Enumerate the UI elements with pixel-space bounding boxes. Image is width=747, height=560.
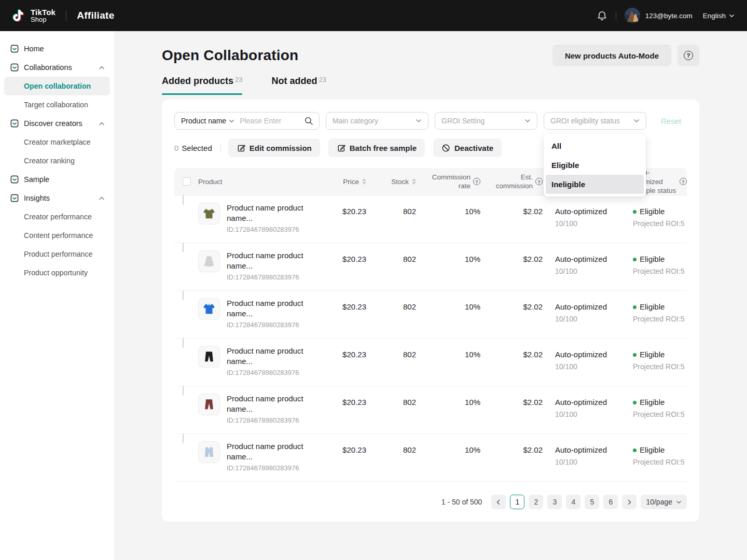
product-name[interactable]: Product name product name... — [227, 441, 303, 463]
divider — [220, 143, 221, 152]
est-commission-value: $2.02 — [480, 386, 543, 407]
setting-value: Auto-optimized — [555, 398, 633, 407]
status-cell: Eligible Projected ROI:5 — [633, 291, 687, 323]
page-size-selector[interactable]: 10/page — [641, 495, 687, 509]
sidebar-item-sample[interactable]: Sample — [0, 170, 114, 189]
sort-icon[interactable] — [362, 178, 366, 185]
filter-select-groi-eligibility-status[interactable]: GROI eligibility status — [544, 112, 646, 130]
menu-box-icon — [10, 175, 19, 184]
setting-sub-value: 10/100 — [555, 362, 633, 371]
page-button-5[interactable]: 5 — [585, 495, 599, 509]
sidebar-item-open-collaboration[interactable]: Open collaboration — [4, 77, 110, 95]
setting-sub-value: 10/100 — [555, 267, 633, 275]
question-circle-icon: ? — [684, 51, 693, 60]
help-tooltip-icon[interactable]: ? — [473, 178, 480, 185]
price-value: $20.23 — [304, 339, 366, 359]
sidebar-item-creator-marketplace[interactable]: Creator marketplace — [0, 133, 114, 151]
status-dot — [633, 353, 637, 357]
tiktok-shop-logo[interactable]: TikTok Shop — [10, 8, 56, 23]
row-checkbox[interactable] — [183, 433, 184, 443]
sidebar-item-home[interactable]: Home — [0, 39, 114, 58]
sidebar-item-insights[interactable]: Insights — [0, 189, 114, 207]
stock-value: 802 — [366, 386, 416, 407]
product-id: ID:17284678980283976 — [227, 321, 303, 329]
stock-value: 802 — [366, 434, 416, 454]
setting-value: Auto-optimized — [555, 302, 633, 311]
row-checkbox[interactable] — [183, 290, 184, 300]
dropdown-option-all[interactable]: All — [546, 136, 644, 156]
product-id: ID:17284678980283976 — [227, 464, 303, 472]
prev-page-button[interactable] — [491, 495, 506, 509]
dropdown-option-ineligible[interactable]: Ineligible — [546, 175, 644, 194]
search-input[interactable] — [240, 117, 297, 125]
filter-select-main-category[interactable]: Main category — [326, 112, 428, 130]
brand-line1: TikTok — [31, 8, 56, 16]
row-checkbox[interactable] — [183, 195, 184, 205]
page-buttons: 123456 — [510, 495, 618, 509]
est-commission-value: $2.02 — [480, 339, 543, 359]
topbar-divider-2 — [616, 12, 616, 19]
sidebar-item-product-opportunity[interactable]: Product opportunity — [0, 263, 114, 282]
help-button[interactable]: ? — [677, 45, 699, 66]
sidebar-item-creator-ranking[interactable]: Creator ranking — [0, 151, 114, 170]
help-tooltip-icon[interactable]: ? — [680, 178, 687, 185]
notification-bell-icon[interactable] — [597, 10, 607, 21]
status-sub-value: Projected ROI:5 — [633, 410, 687, 418]
status-sub-value: Projected ROI:5 — [633, 219, 687, 228]
edit-icon — [237, 144, 245, 152]
reset-link[interactable]: Reset — [661, 117, 681, 125]
col-product: Product — [198, 178, 304, 186]
row-checkbox[interactable] — [183, 243, 184, 253]
select-all-checkbox[interactable] — [183, 177, 191, 186]
product-image-pants — [198, 394, 220, 415]
help-tooltip-icon[interactable]: ? — [535, 178, 543, 185]
search-icon[interactable] — [305, 117, 313, 125]
commission-rate-value: 10% — [416, 386, 480, 407]
edit-commission-button[interactable]: Edit commission — [228, 138, 320, 157]
new-products-auto-mode-button[interactable]: New products Auto-Mode — [552, 45, 671, 66]
price-value: $20.23 — [304, 386, 366, 407]
product-name[interactable]: Product name product name... — [227, 298, 303, 319]
page-button-6[interactable]: 6 — [603, 495, 618, 509]
page-button-2[interactable]: 2 — [529, 495, 543, 509]
tab-added-products[interactable]: Added products23 — [162, 76, 242, 95]
next-page-button[interactable] — [622, 495, 637, 509]
row-checkbox[interactable] — [183, 338, 184, 348]
deactivate-button[interactable]: Deactivate — [433, 138, 502, 157]
row-checkbox[interactable] — [183, 386, 184, 396]
sidebar-item-target-collaboration[interactable]: Target collaboration — [0, 95, 114, 114]
tab-not-added[interactable]: Not added23 — [271, 76, 326, 95]
setting-cell: Auto-optimized 10/100 — [543, 434, 633, 466]
language-selector[interactable]: English — [703, 12, 735, 20]
chevron-up-icon — [99, 195, 105, 201]
sidebar-item-discover-creators[interactable]: Discover creators — [0, 114, 114, 133]
page-button-4[interactable]: 4 — [566, 495, 580, 509]
sort-icon[interactable] — [412, 178, 416, 185]
tabs: Added products23 Not added23 — [162, 76, 699, 95]
status-value: Eligible — [640, 445, 665, 454]
batch-free-sample-button[interactable]: Batch free sample — [328, 138, 425, 157]
product-name[interactable]: Product name product name... — [227, 346, 303, 367]
product-name[interactable]: Product name product name... — [227, 203, 303, 224]
sidebar-item-product-performance[interactable]: Product performance — [0, 245, 114, 263]
setting-value: Auto-optimized — [555, 350, 633, 359]
account-email[interactable]: 123@byte.com — [645, 12, 693, 20]
filter-select-groi-setting[interactable]: GROI Setting — [435, 112, 537, 130]
status-dot — [633, 258, 637, 261]
setting-sub-value: 10/100 — [555, 219, 633, 228]
sidebar-item-collaborations[interactable]: Collaborations — [0, 58, 114, 77]
est-commission-value: $2.02 — [480, 434, 543, 454]
brand-line2: Shop — [31, 16, 56, 23]
product-name[interactable]: Product name product name... — [227, 250, 303, 272]
sidebar-item-creator-performance[interactable]: Creator performance — [0, 207, 114, 226]
product-image-blazer — [198, 441, 220, 463]
user-avatar[interactable] — [625, 8, 640, 23]
sidebar-item-content-performance[interactable]: Content performance — [0, 226, 114, 245]
dropdown-option-eligible[interactable]: Eligible — [546, 156, 644, 175]
page-button-1[interactable]: 1 — [510, 495, 524, 509]
product-name[interactable]: Product name product name... — [227, 394, 303, 415]
page-button-3[interactable]: 3 — [547, 495, 562, 509]
status-cell: Eligible Projected ROI:5 — [633, 195, 687, 228]
topbar-divider — [66, 10, 66, 21]
search-type-selector[interactable]: Product name — [181, 117, 234, 125]
